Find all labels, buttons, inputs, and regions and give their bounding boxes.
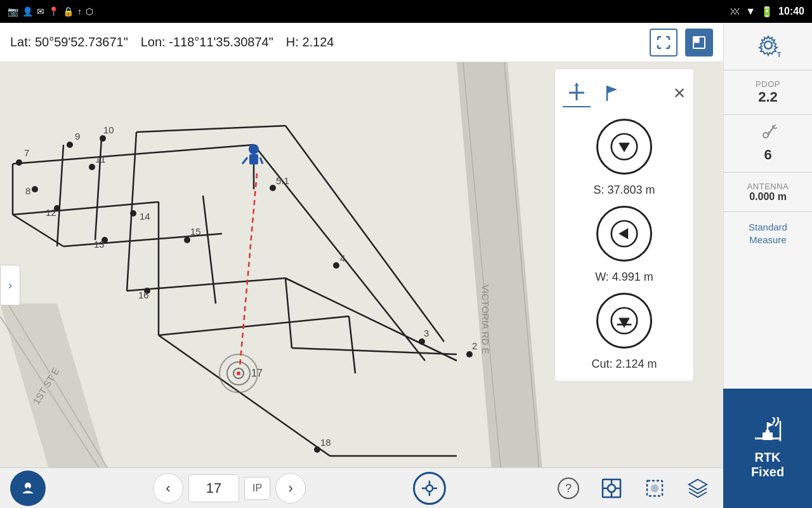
rtk-label-2: Fixed bbox=[751, 465, 784, 479]
satellite-icon bbox=[759, 124, 777, 144]
camera-icon: 📷 bbox=[8, 6, 18, 17]
coord-bar: Lat: 50°59'52.73671" Lon: -118°11'35.308… bbox=[0, 23, 723, 62]
svg-point-83 bbox=[763, 133, 768, 138]
svg-text:8: 8 bbox=[25, 185, 30, 196]
svg-marker-76 bbox=[619, 143, 630, 152]
arrow-up-icon: ↑ bbox=[77, 6, 82, 17]
bluetooth-icon: ⯵ bbox=[730, 6, 740, 17]
zoom-extents-button[interactable] bbox=[596, 473, 627, 504]
divider-3 bbox=[724, 172, 812, 173]
svg-point-82 bbox=[764, 41, 772, 49]
point-tag-display: IP bbox=[244, 477, 270, 500]
svg-rect-62 bbox=[249, 154, 258, 164]
svg-text:11: 11 bbox=[95, 154, 106, 164]
sidebar-toggle[interactable]: › bbox=[0, 265, 20, 305]
svg-line-85 bbox=[772, 125, 776, 126]
nav-tab-flag[interactable] bbox=[598, 79, 626, 107]
pdop-label: PDOP bbox=[756, 79, 780, 89]
svg-point-88 bbox=[27, 487, 29, 490]
svg-marker-78 bbox=[619, 228, 628, 239]
rtk-label-1: RTK bbox=[754, 450, 780, 465]
rtk-fixed-button[interactable]: RTK Fixed bbox=[723, 389, 812, 508]
lat-display: Lat: 50°59'52.73671" bbox=[10, 35, 128, 50]
svg-marker-74 bbox=[607, 86, 617, 93]
standard-measure-button[interactable]: Standard Measure bbox=[730, 216, 806, 251]
map-view-button[interactable] bbox=[685, 29, 713, 57]
expand-button[interactable] bbox=[650, 29, 678, 57]
svg-point-31 bbox=[16, 159, 22, 166]
svg-point-47 bbox=[184, 237, 190, 243]
help-button[interactable]: ? bbox=[553, 473, 584, 504]
svg-point-84 bbox=[772, 126, 775, 129]
svg-point-89 bbox=[426, 485, 433, 491]
svg-point-103 bbox=[652, 485, 658, 491]
svg-text:2: 2 bbox=[472, 340, 477, 351]
svg-text:?: ? bbox=[565, 482, 572, 495]
svg-text:7: 7 bbox=[24, 147, 29, 158]
satellite-value: 6 bbox=[764, 147, 771, 163]
cut-value: Cut: 2.124 m bbox=[591, 358, 657, 371]
h-display: H: 2.124 bbox=[286, 35, 334, 50]
next-point-button[interactable]: › bbox=[275, 473, 306, 504]
nav-tab-stakeout[interactable] bbox=[563, 79, 591, 107]
nav-panel-header: ✕ bbox=[563, 79, 686, 107]
bottom-right-actions: ? bbox=[553, 473, 713, 504]
svg-text:17: 17 bbox=[251, 368, 263, 378]
svg-point-35 bbox=[67, 142, 73, 148]
west-button[interactable] bbox=[596, 206, 652, 262]
selection-button[interactable] bbox=[639, 473, 670, 504]
svg-rect-106 bbox=[766, 430, 769, 434]
gps-center-button[interactable] bbox=[413, 472, 446, 505]
south-button[interactable] bbox=[596, 119, 652, 175]
expand-icon bbox=[656, 35, 671, 50]
svg-text:15: 15 bbox=[190, 226, 201, 237]
point-navigation: ‹ 17 IP › bbox=[153, 473, 306, 504]
next-arrow-icon: › bbox=[288, 480, 292, 497]
divider-4 bbox=[724, 211, 812, 212]
mail-icon: ✉ bbox=[37, 6, 44, 17]
battery-icon: 🔋 bbox=[761, 6, 773, 18]
status-icons: 📷 👤 ✉ 📍 🔒 ↑ ⬡ bbox=[8, 6, 93, 17]
svg-rect-1 bbox=[693, 37, 699, 43]
pdop-value: 2.2 bbox=[758, 89, 778, 105]
cut-button[interactable] bbox=[596, 293, 652, 349]
svg-point-97 bbox=[608, 485, 615, 492]
svg-point-68 bbox=[237, 371, 240, 375]
nav-close-button[interactable]: ✕ bbox=[673, 84, 686, 102]
svg-point-55 bbox=[419, 338, 425, 345]
maps-icon: 📍 bbox=[48, 6, 59, 17]
west-value: W: 4.991 m bbox=[595, 271, 653, 284]
svg-point-51 bbox=[270, 185, 276, 191]
navigation-panel: ✕ S: 37.803 m W: 4.991 m Cut: 2.124 m bbox=[554, 69, 694, 382]
location-button[interactable] bbox=[10, 471, 46, 506]
layers-button[interactable] bbox=[683, 473, 713, 504]
pdop-stat: PDOP 2.2 bbox=[724, 74, 812, 110]
svg-point-33 bbox=[32, 186, 38, 192]
person-icon: 👤 bbox=[22, 6, 33, 17]
svg-rect-107 bbox=[755, 438, 780, 439]
svg-point-53 bbox=[333, 262, 339, 269]
lock-icon: 🔒 bbox=[63, 6, 74, 17]
map-icon bbox=[691, 35, 707, 50]
divider-1 bbox=[724, 70, 812, 70]
svg-text:3: 3 bbox=[424, 328, 429, 338]
svg-point-45 bbox=[130, 210, 136, 217]
bottom-bar: ‹ 17 IP › ? bbox=[0, 467, 723, 508]
svg-marker-80 bbox=[619, 318, 630, 328]
svg-point-61 bbox=[249, 144, 259, 154]
svg-text:10: 10 bbox=[103, 124, 114, 135]
chevron-right-icon: › bbox=[8, 279, 12, 292]
satellite-stat: 6 bbox=[724, 119, 812, 168]
svg-point-37 bbox=[100, 135, 106, 142]
divider-2 bbox=[724, 114, 812, 115]
prev-point-button[interactable]: ‹ bbox=[153, 473, 183, 504]
svg-text:13: 13 bbox=[94, 239, 105, 250]
svg-point-57 bbox=[466, 351, 473, 358]
antenna-label: ANTENNA bbox=[747, 182, 789, 191]
wifi-icon: ▼ bbox=[745, 6, 756, 17]
svg-point-39 bbox=[89, 164, 95, 170]
android-icon: ⬡ bbox=[86, 6, 93, 17]
svg-text:16: 16 bbox=[138, 290, 149, 300]
settings-button[interactable]: T bbox=[752, 29, 784, 61]
svg-text:4: 4 bbox=[340, 253, 345, 264]
